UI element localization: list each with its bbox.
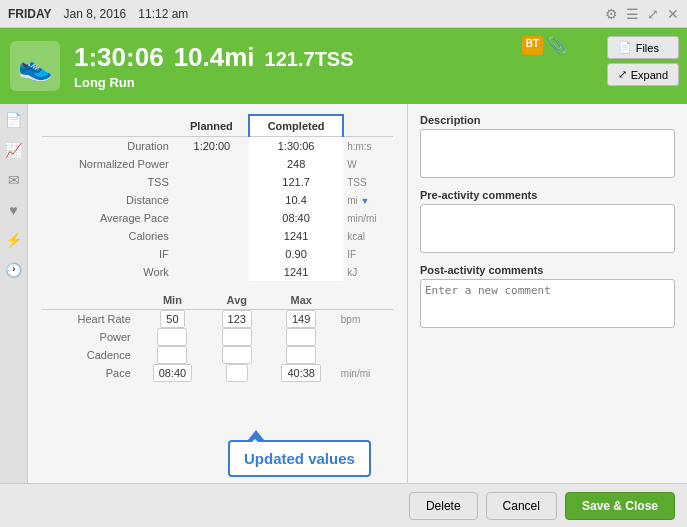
table-row: Heart Rate 50 123 149 bpm [42,310,393,329]
updated-values-tooltip: Updated values [228,440,371,477]
row-label: Calories [42,227,175,245]
date-label: Jan 8, 2016 [64,7,127,21]
table-row: Distance 10.4 mi ▼ [42,191,393,209]
table-row: Average Pace 08:40 min/mi [42,209,393,227]
sidebar-page-icon[interactable]: 📄 [5,112,22,128]
title-bar: FRIDAY Jan 8, 2016 11:12 am ⚙ ☰ ⤢ ✕ [0,0,687,28]
unit-header [343,115,393,137]
avg-header: Avg [208,291,266,310]
completed-header: Completed [249,115,343,137]
row-label: Heart Rate [42,310,137,329]
table-row: Power [42,328,393,346]
completed-val: 1241 [249,227,343,245]
expand-button[interactable]: ⤢ Expand [607,63,679,86]
table-row: Cadence [42,346,393,364]
shoe-icon: 👟 [18,50,53,83]
main-content: 📄 📈 ✉ ♥ ⚡ 🕐 Planned Completed Duration 1… [0,104,687,483]
unit-header2 [337,291,393,310]
table-row: IF 0.90 IF [42,245,393,263]
empty-header2 [42,291,137,310]
max-val [266,328,337,346]
sidebar-mail-icon[interactable]: ✉ [8,172,20,188]
min-header: Min [137,291,208,310]
row-label: Power [42,328,137,346]
completed-val: 10.4 [249,191,343,209]
planned-val [175,173,249,191]
planned-val [175,155,249,173]
completed-val: 1241 [249,263,343,281]
unit-val: W [343,155,393,173]
workout-duration: 1:30:06 [74,42,164,73]
row-label: IF [42,245,175,263]
unit-val: kcal [343,227,393,245]
avg-val [208,328,266,346]
min-val: 08:40 [137,364,208,382]
row-label: Duration [42,137,175,156]
sidebar-clock-icon[interactable]: 🕐 [5,262,22,278]
workout-tss: 121.7TSS [265,48,354,71]
title-bar-icons: ⚙ ☰ ⤢ ✕ [605,6,679,22]
pre-activity-label: Pre-activity comments [420,189,675,201]
max-val: 40:38 [266,364,337,382]
delete-button[interactable]: Delete [409,492,478,520]
unit-val: IF [343,245,393,263]
min-val: 50 [137,310,208,329]
footer: Delete Cancel Save & Close [0,483,687,527]
row-label: Normalized Power [42,155,175,173]
pre-activity-textarea[interactable] [420,204,675,253]
expand-icon[interactable]: ⤢ [647,6,659,22]
post-activity-textarea[interactable] [420,279,675,328]
planned-header: Planned [175,115,249,137]
row-label: Distance [42,191,175,209]
description-textarea[interactable] [420,129,675,178]
row-label: Average Pace [42,209,175,227]
stats-table: Planned Completed Duration 1:20:00 1:30:… [42,114,393,281]
menu-icon[interactable]: ☰ [626,6,639,22]
workout-stats: 1:30:06 10.4mi 121.7TSS Long Run [74,42,677,90]
tooltip-arrow [248,430,264,440]
workout-type-icon: 👟 [10,41,60,91]
unit-val: min/mi [343,209,393,227]
sidebar-heart-icon[interactable]: ♥ [9,202,17,218]
close-icon[interactable]: ✕ [667,6,679,22]
avg-val [208,364,266,382]
planned-val [175,245,249,263]
workout-stats-top: 1:30:06 10.4mi 121.7TSS [74,42,677,73]
workout-distance: 10.4mi [174,42,255,73]
workout-header: 👟 1:30:06 10.4mi 121.7TSS Long Run BT 📎 … [0,28,687,104]
completed-val: 1:30:06 [249,137,343,156]
planned-val: 1:20:00 [175,137,249,156]
sidebar-bolt-icon[interactable]: ⚡ [5,232,22,248]
cancel-button[interactable]: Cancel [486,492,557,520]
files-button[interactable]: 📄 Files [607,36,679,59]
row-label: Work [42,263,175,281]
title-bar-info: FRIDAY Jan 8, 2016 11:12 am [8,7,188,21]
planned-val [175,263,249,281]
unit-val: kJ [343,263,393,281]
post-activity-section: Post-activity comments [420,264,675,331]
sidebar-chart-icon[interactable]: 📈 [5,142,22,158]
avg-val [208,346,266,364]
save-close-button[interactable]: Save & Close [565,492,675,520]
table-row: Normalized Power 248 W [42,155,393,173]
max-val [266,346,337,364]
row-label: Pace [42,364,137,382]
description-label: Description [420,114,675,126]
files-icon: 📄 [618,41,632,54]
data-panel: Planned Completed Duration 1:20:00 1:30:… [28,104,407,483]
planned-val [175,209,249,227]
max-header: Max [266,291,337,310]
max-val: 149 [266,310,337,329]
table-row: Pace 08:40 40:38 min/mi [42,364,393,382]
header-badges: BT 📎 [522,36,567,55]
empty-header [42,115,175,137]
workout-name: Long Run [74,75,677,90]
clip-icon: 📎 [547,36,567,55]
gear-icon[interactable]: ⚙ [605,6,618,22]
min-val [137,328,208,346]
dropdown-arrow[interactable]: ▼ [361,196,370,206]
table-row: Work 1241 kJ [42,263,393,281]
right-panel: Description Pre-activity comments Post-a… [407,104,687,483]
unit-val: TSS [343,173,393,191]
avg-val: 123 [208,310,266,329]
